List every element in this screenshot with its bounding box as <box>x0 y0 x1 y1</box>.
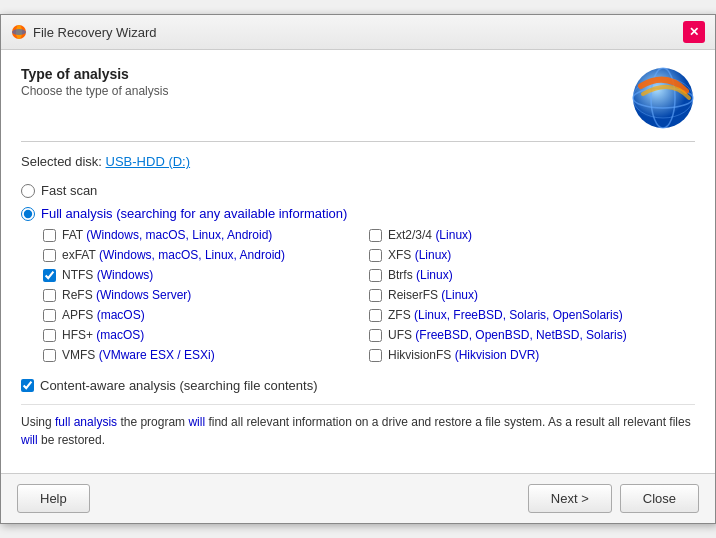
fs-checkbox-input-hfsplus[interactable] <box>43 329 56 342</box>
help-button[interactable]: Help <box>17 484 90 513</box>
fast-scan-text: Fast scan <box>41 183 97 198</box>
filesystem-left-column: FAT (Windows, macOS, Linux, Android)exFA… <box>43 227 369 363</box>
fs-checkbox-input-apfs[interactable] <box>43 309 56 322</box>
fs-checkbox-input-fat[interactable] <box>43 229 56 242</box>
section-title: Type of analysis <box>21 66 168 82</box>
fs-checkbox-zfs[interactable]: ZFS (Linux, FreeBSD, Solaris, OpenSolari… <box>369 307 695 323</box>
fs-checkbox-ntfs[interactable]: NTFS (Windows) <box>43 267 369 283</box>
content-aware-checkbox[interactable] <box>21 379 34 392</box>
fs-checkbox-ufs[interactable]: UFS (FreeBSD, OpenBSD, NetBSD, Solaris) <box>369 327 695 343</box>
fs-checkbox-input-reiserfs[interactable] <box>369 289 382 302</box>
main-window: File Recovery Wizard ✕ Type of analysis … <box>0 14 716 524</box>
selected-disk-link[interactable]: USB-HDD (D:) <box>106 154 191 169</box>
wizard-logo <box>631 66 695 130</box>
full-analysis-text: Full analysis (searching for any availab… <box>41 206 347 221</box>
fs-checkbox-input-xfs[interactable] <box>369 249 382 262</box>
info-text: Using full analysis the program will fin… <box>21 404 695 457</box>
fs-checkbox-apfs[interactable]: APFS (macOS) <box>43 307 369 323</box>
fs-checkbox-input-refs[interactable] <box>43 289 56 302</box>
section-header: Type of analysis Choose the type of anal… <box>21 66 168 98</box>
fast-scan-option: Fast scan <box>21 183 695 198</box>
fs-checkbox-input-zfs[interactable] <box>369 309 382 322</box>
content-aware-option: Content-aware analysis (searching file c… <box>21 377 695 394</box>
full-analysis-label[interactable]: Full analysis (searching for any availab… <box>21 206 695 221</box>
footer: Help Next > Close <box>1 473 715 523</box>
fast-scan-label[interactable]: Fast scan <box>21 183 695 198</box>
fs-checkbox-refs[interactable]: ReFS (Windows Server) <box>43 287 369 303</box>
fs-checkbox-input-hikvisionfs[interactable] <box>369 349 382 362</box>
app-icon <box>11 24 27 40</box>
selected-disk-row: Selected disk: USB-HDD (D:) <box>21 154 695 169</box>
fs-checkbox-input-ntfs[interactable] <box>43 269 56 282</box>
full-analysis-option: Full analysis (searching for any availab… <box>21 206 695 363</box>
fs-checkbox-btrfs[interactable]: Btrfs (Linux) <box>369 267 695 283</box>
fast-scan-radio[interactable] <box>21 184 35 198</box>
section-subtitle: Choose the type of analysis <box>21 84 168 98</box>
selected-disk-label: Selected disk: <box>21 154 102 169</box>
fs-checkbox-vmfs[interactable]: VMFS (VMware ESX / ESXi) <box>43 347 369 363</box>
fs-checkbox-xfs[interactable]: XFS (Linux) <box>369 247 695 263</box>
title-bar: File Recovery Wizard ✕ <box>1 15 715 50</box>
content-aware-label[interactable]: Content-aware analysis (searching file c… <box>21 377 695 394</box>
fs-checkbox-reiserfs[interactable]: ReiserFS (Linux) <box>369 287 695 303</box>
content-area: Type of analysis Choose the type of anal… <box>1 50 715 473</box>
window-title: File Recovery Wizard <box>33 25 157 40</box>
content-aware-text: Content-aware analysis (searching file c… <box>40 378 317 393</box>
window-close-button[interactable]: ✕ <box>683 21 705 43</box>
header-divider <box>21 141 695 142</box>
info-text-content: Using full analysis the program will fin… <box>21 415 691 447</box>
fs-checkbox-hfsplus[interactable]: HFS+ (macOS) <box>43 327 369 343</box>
fs-checkbox-exfat[interactable]: exFAT (Windows, macOS, Linux, Android) <box>43 247 369 263</box>
footer-right-buttons: Next > Close <box>528 484 699 513</box>
fs-checkbox-hikvisionfs[interactable]: HikvisionFS (Hikvision DVR) <box>369 347 695 363</box>
close-button[interactable]: Close <box>620 484 699 513</box>
next-button[interactable]: Next > <box>528 484 612 513</box>
fs-checkbox-ext234[interactable]: Ext2/3/4 (Linux) <box>369 227 695 243</box>
fs-checkbox-input-exfat[interactable] <box>43 249 56 262</box>
fs-checkbox-input-vmfs[interactable] <box>43 349 56 362</box>
full-analysis-radio[interactable] <box>21 207 35 221</box>
fs-checkbox-input-ufs[interactable] <box>369 329 382 342</box>
title-bar-left: File Recovery Wizard <box>11 24 157 40</box>
svg-point-2 <box>12 29 26 35</box>
fs-checkbox-input-btrfs[interactable] <box>369 269 382 282</box>
filesystem-options: FAT (Windows, macOS, Linux, Android)exFA… <box>43 227 695 363</box>
fs-checkbox-input-ext234[interactable] <box>369 229 382 242</box>
fs-checkbox-fat[interactable]: FAT (Windows, macOS, Linux, Android) <box>43 227 369 243</box>
filesystem-right-column: Ext2/3/4 (Linux)XFS (Linux)Btrfs (Linux)… <box>369 227 695 363</box>
